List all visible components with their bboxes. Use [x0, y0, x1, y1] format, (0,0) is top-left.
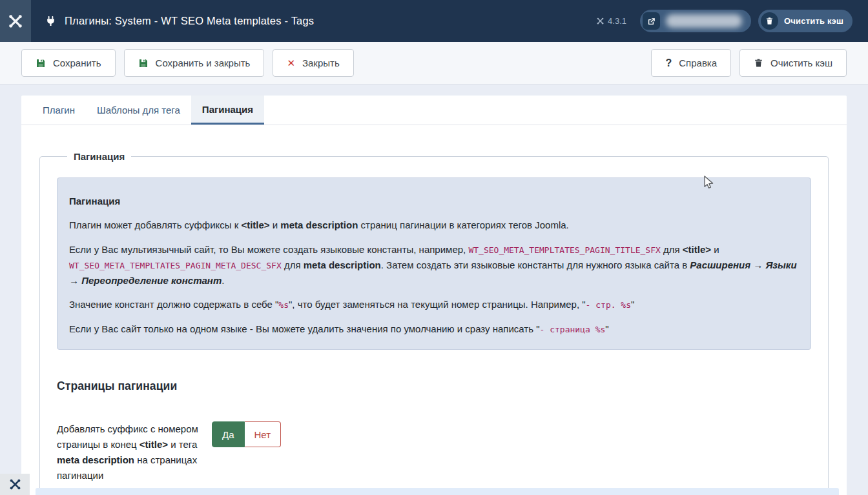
- tab-panel-pagination: Пагинация Пагинация Плагин может добавля…: [21, 125, 847, 495]
- save-icon: [36, 58, 46, 68]
- joomla-menu-icon: [8, 478, 22, 491]
- info-paragraph: Значение констант должно содержать в себ…: [69, 297, 799, 312]
- close-button[interactable]: ✕ Закрыть: [273, 49, 353, 77]
- joomla-logo[interactable]: [0, 0, 31, 42]
- tab-tag-templates[interactable]: Шаблоны для тега: [86, 96, 191, 125]
- help-button[interactable]: ? Справка: [651, 49, 731, 77]
- form-row-suffix: Добавлять суффикс с номером страницы в к…: [57, 421, 811, 483]
- info-box-heading: Пагинация: [69, 194, 799, 209]
- section-heading: Страницы пагинации: [57, 379, 811, 393]
- trash-icon: [754, 58, 763, 68]
- help-icon: ?: [665, 57, 672, 69]
- save-label: Сохранить: [53, 57, 101, 68]
- content-area: Плагин Шаблоны для тега Пагинация Пагина…: [0, 85, 868, 495]
- preview-site-button[interactable]: [640, 10, 751, 32]
- toolbar-clear-cache-label: Очистить кэш: [770, 57, 832, 68]
- toolbar-clear-cache-button[interactable]: Очистить кэш: [739, 49, 847, 77]
- joomla-version-icon: [596, 17, 604, 25]
- joomla-logo-icon: [7, 13, 24, 30]
- form-tabs: Плагин Шаблоны для тега Пагинация: [21, 96, 847, 125]
- info-paragraph: Если у Вас сайт только на одном языке - …: [69, 321, 799, 337]
- suffix-switcher: Да Нет: [212, 421, 281, 447]
- tab-pagination[interactable]: Пагинация: [191, 96, 264, 125]
- tab-plugin[interactable]: Плагин: [32, 96, 86, 125]
- info-paragraph: Плагин может добавлять суффиксы к <title…: [69, 217, 799, 233]
- save-icon: [138, 58, 149, 68]
- page-title: Плагины: System - WT SEO Meta templates …: [65, 15, 314, 27]
- close-icon: ✕: [287, 57, 295, 69]
- pagination-info-box: Пагинация Плагин может добавлять суффикс…: [57, 177, 811, 350]
- admin-header: Плагины: System - WT SEO Meta templates …: [0, 0, 868, 42]
- pagination-fieldset: Пагинация Пагинация Плагин может добавля…: [39, 151, 829, 495]
- plugin-icon: [45, 15, 56, 26]
- edit-form-card: Плагин Шаблоны для тега Пагинация Пагина…: [21, 96, 847, 495]
- save-close-button[interactable]: Сохранить и закрыть: [124, 49, 265, 77]
- external-link-icon: [643, 12, 660, 30]
- header-clear-cache-label: Очистить кэш: [784, 16, 843, 26]
- site-name-redacted: [666, 14, 742, 28]
- menu-toggle-button[interactable]: [0, 474, 30, 495]
- version-number: 4.3.1: [608, 16, 626, 26]
- field-label: Добавлять суффикс с номером страницы в к…: [57, 421, 200, 483]
- header-clear-cache-button[interactable]: Очистить кэш: [758, 10, 852, 32]
- save-close-label: Сохранить и закрыть: [156, 57, 251, 68]
- toolbar: Сохранить Сохранить и закрыть ✕ Закрыть …: [0, 42, 868, 85]
- joomla-version: 4.3.1: [596, 16, 626, 26]
- close-label: Закрыть: [302, 57, 340, 68]
- bottom-band: [36, 488, 839, 495]
- switch-option-yes[interactable]: Да: [212, 421, 245, 447]
- help-label: Справка: [679, 57, 717, 68]
- info-paragraph: Если у Вас мультиязычный сайт, то Вы мож…: [69, 242, 799, 289]
- switch-option-no[interactable]: Нет: [245, 421, 282, 447]
- fieldset-legend: Пагинация: [67, 151, 131, 162]
- trash-icon: [761, 12, 778, 30]
- save-button[interactable]: Сохранить: [21, 49, 116, 77]
